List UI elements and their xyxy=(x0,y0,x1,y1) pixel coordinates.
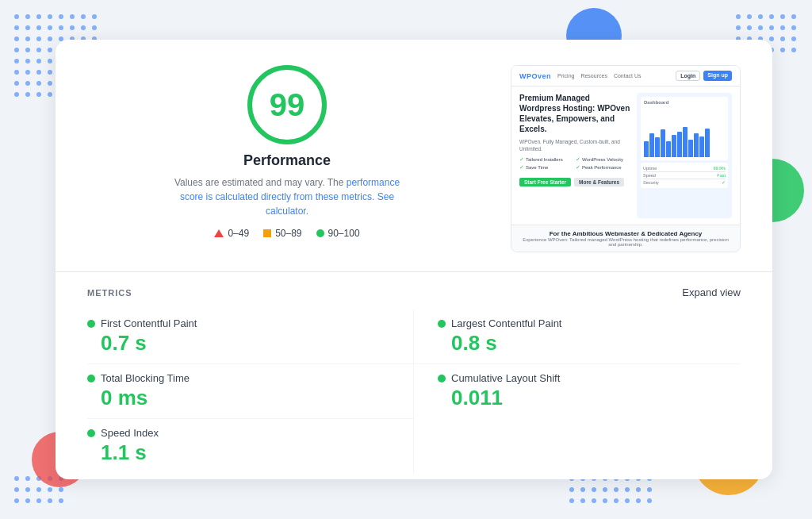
metric-dot-fcp xyxy=(87,320,95,328)
top-section: 99 Performance Values are estimated and … xyxy=(87,65,741,271)
legend-range-low: 0–49 xyxy=(228,228,249,239)
metric-item-tbt: Total Blocking Time 0 ms xyxy=(87,364,414,419)
metric-dot-si xyxy=(87,429,95,437)
ss-cta: Start Free Starter More & Features xyxy=(519,178,630,186)
metric-name-row-si: Speed Index xyxy=(87,427,389,439)
metric-item-si: Speed Index 1.1 s xyxy=(87,419,414,473)
ss-subtext: WPOven. Fully Managed, Custom-built, and… xyxy=(519,138,630,152)
bar-7 xyxy=(677,132,682,157)
score-circle: 99 xyxy=(247,65,327,144)
legend-triangle-icon xyxy=(214,229,224,237)
ss-dashboard: Dashboard xyxy=(641,97,728,160)
metric-name-fcp: First Contentful Paint xyxy=(101,317,197,329)
screenshot-area: WPOven Pricing Resources Contact Us Logi… xyxy=(511,65,741,252)
bar-5 xyxy=(666,141,671,157)
score-description: Values are estimated and may vary. The p… xyxy=(168,175,406,218)
legend-item-high: 90–100 xyxy=(316,228,360,239)
ss-check-1: ✓Tailored Installers xyxy=(519,156,574,163)
expand-view-link[interactable]: Expand view xyxy=(682,286,741,298)
ss-dashboard-label: Dashboard xyxy=(644,100,725,105)
bar-1 xyxy=(644,141,649,157)
metric-item-cls: Cumulative Layout Shift 0.011 xyxy=(414,364,741,419)
score-label: Performance xyxy=(243,152,331,169)
metrics-grid: First Contentful Paint 0.7 s Largest Con… xyxy=(87,309,741,474)
ss-cta-secondary[interactable]: More & Features xyxy=(574,178,624,186)
ss-stat-row-1: Uptime99.9% xyxy=(643,165,726,172)
metric-name-row-lcp: Largest Contentful Paint xyxy=(438,317,741,329)
legend-range-high: 90–100 xyxy=(328,228,360,239)
ss-footer: For the Ambitious Webmaster & Dedicated … xyxy=(511,225,740,252)
legend-square-icon xyxy=(263,229,271,237)
bar-11 xyxy=(699,136,704,157)
ss-right: Dashboard xyxy=(637,93,732,218)
ss-nav-pricing: Pricing xyxy=(557,73,574,79)
ss-stat-row-2: SpeedFast xyxy=(643,172,726,179)
ss-footer-sub: Experience WPOven: Tailored managed Word… xyxy=(519,237,732,247)
screenshot-inner: WPOven Pricing Resources Contact Us Logi… xyxy=(511,66,740,225)
metric-item-fcp: First Contentful Paint 0.7 s xyxy=(87,309,414,364)
score-desc-text: Values are estimated and may vary. The xyxy=(174,177,343,188)
main-card: 99 Performance Values are estimated and … xyxy=(56,40,772,479)
legend-circle-icon xyxy=(316,229,324,237)
ss-checks: ✓Tailored Installers ✓WordPress Velocity… xyxy=(519,156,630,171)
bar-4 xyxy=(661,129,665,157)
ss-nav-contact: Contact Us xyxy=(614,73,642,79)
legend-item-mid: 50–89 xyxy=(263,228,301,239)
metric-value-lcp: 0.8 s xyxy=(438,331,741,356)
ss-footer-title: For the Ambitious Webmaster & Dedicated … xyxy=(519,230,732,237)
metric-dot-tbt xyxy=(87,375,95,383)
ss-login-button[interactable]: Login xyxy=(676,71,700,81)
ss-check-3: ✓Save Time xyxy=(519,164,574,171)
legend-range-mid: 50–89 xyxy=(275,228,301,239)
ss-logo: WPOven xyxy=(519,72,551,80)
metric-item-lcp: Largest Contentful Paint 0.8 s xyxy=(414,309,741,364)
ss-cta-primary[interactable]: Start Free Starter xyxy=(519,178,571,186)
metric-value-tbt: 0 ms xyxy=(87,386,389,410)
dots-bottom-right: document.currentScript.parentNode.innerH… xyxy=(569,476,653,505)
metric-name-cls: Cumulative Layout Shift xyxy=(451,372,560,384)
metric-name-row-tbt: Total Blocking Time xyxy=(87,372,389,384)
ss-signup-button[interactable]: Sign up xyxy=(703,71,732,81)
ss-left: Premium Managed Wordpress Hosting: WPOve… xyxy=(519,93,630,218)
metrics-header: METRICS Expand view xyxy=(87,286,741,298)
metrics-title: METRICS xyxy=(87,288,132,298)
ss-nav: Pricing Resources Contact Us xyxy=(557,73,642,79)
bar-10 xyxy=(694,133,699,157)
metric-name-si: Speed Index xyxy=(101,427,159,439)
metric-name-tbt: Total Blocking Time xyxy=(101,372,190,384)
metric-name-row-fcp: First Contentful Paint xyxy=(87,317,389,329)
ss-check-4: ✓Peak Performance xyxy=(576,164,630,171)
metric-value-cls: 0.011 xyxy=(438,386,741,410)
bar-2 xyxy=(649,133,654,157)
ss-check-2: ✓WordPress Velocity xyxy=(576,156,630,163)
metric-value-si: 1.1 s xyxy=(87,440,389,465)
ss-heading: Premium Managed Wordpress Hosting: WPOve… xyxy=(519,93,630,134)
ss-chart-bars xyxy=(644,125,725,157)
ss-buttons: Login Sign up xyxy=(676,71,732,81)
metric-name-lcp: Largest Contentful Paint xyxy=(451,317,561,329)
bar-12 xyxy=(705,129,710,157)
metric-name-row-cls: Cumulative Layout Shift xyxy=(438,372,741,384)
score-number: 99 xyxy=(270,89,305,121)
metric-dot-lcp xyxy=(438,320,446,328)
metric-dot-cls xyxy=(438,375,446,383)
bar-6 xyxy=(672,135,676,157)
metrics-section: METRICS Expand view First Contentful Pai… xyxy=(87,272,741,474)
score-legend: 0–49 50–89 90–100 xyxy=(214,228,359,239)
ss-nav-resources: Resources xyxy=(580,73,607,79)
bar-9 xyxy=(688,140,693,157)
score-area: 99 Performance Values are estimated and … xyxy=(87,65,487,239)
ss-body: Premium Managed Wordpress Hosting: WPOve… xyxy=(511,86,740,225)
bar-3 xyxy=(655,137,660,157)
ss-header: WPOven Pricing Resources Contact Us Logi… xyxy=(511,66,740,86)
legend-item-low: 0–49 xyxy=(214,228,249,239)
bar-8 xyxy=(683,127,688,157)
ss-stats-table: Uptime99.9% SpeedFast Security✓ xyxy=(641,163,728,188)
ss-stat-row-3: Security✓ xyxy=(643,179,726,186)
metric-value-fcp: 0.7 s xyxy=(87,331,389,356)
